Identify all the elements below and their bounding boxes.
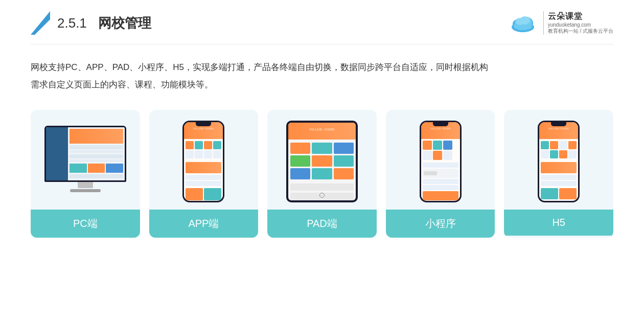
phone-mockup-app: 招进人的第一堂冠课程 [182, 121, 224, 202]
description-line1: 网校支持PC、APP、PAD、小程序、H5，实现多端打通，产品各终端自由切换，数… [31, 59, 613, 76]
svg-point-9 [516, 18, 524, 25]
pc-mockup [44, 126, 126, 197]
phone-screen-app: 招进人的第一堂冠课程 [184, 122, 223, 201]
monitor-stand [78, 182, 93, 188]
tablet-mockup: 招进人的第一堂冠课程 [286, 121, 358, 202]
card-app-image: 招进人的第一堂冠课程 [149, 110, 259, 210]
card-pad-label: PAD端 [267, 210, 377, 238]
card-pad: 招进人的第一堂冠课程 [267, 110, 377, 238]
phone-mockup-h5: 招进人的第一堂冠课程 [538, 121, 580, 202]
tablet-screen: 招进人的第一堂冠课程 [288, 123, 356, 200]
card-miniprogram: 招进人的第一堂冠课程 [386, 110, 495, 238]
card-miniprogram-label: 小程序 [386, 210, 495, 238]
cards-container: PC端 招进人的第一堂冠课程 [31, 110, 613, 238]
monitor-base [70, 189, 101, 192]
card-pc: PC端 [31, 110, 140, 238]
brand-cloud-icon [509, 13, 537, 33]
header-left: 2.5.1 网校管理 [31, 11, 151, 35]
header: 2.5.1 网校管理 [31, 0, 613, 44]
description-block: 网校支持PC、APP、PAD、小程序、H5，实现多端打通，产品各终端自由切换，数… [31, 59, 613, 94]
monitor-screen [46, 127, 125, 180]
monitor-frame [44, 126, 126, 182]
phone-screen-mini: 招进人的第一堂冠课程 [421, 122, 460, 201]
card-h5-label: H5 [504, 210, 613, 236]
card-pc-label: PC端 [31, 210, 140, 238]
card-app: 招进人的第一堂冠课程 [149, 110, 259, 238]
main-page: 2.5.1 网校管理 [0, 0, 644, 322]
brand-tagline: 教育机构一站 / 式服务云平台 [548, 28, 613, 35]
phone-screen-h5: 招进人的第一堂冠课程 [539, 122, 578, 201]
card-app-label: APP端 [149, 210, 259, 238]
card-miniprogram-image: 招进人的第一堂冠课程 [386, 110, 495, 210]
phone-mockup-mini: 招进人的第一堂冠课程 [420, 121, 462, 202]
card-h5-image: 招进人的第一堂冠课程 [504, 110, 613, 210]
brand-logo: 云朵课堂 yunduoketang.com 教育机构一站 / 式服务云平台 [509, 11, 613, 35]
header-title: 2.5.1 网校管理 [57, 14, 151, 32]
brand-text: 云朵课堂 yunduoketang.com 教育机构一站 / 式服务云平台 [543, 11, 613, 35]
description-line2: 需求自定义页面上的内容、课程、功能模块等。 [31, 76, 613, 94]
card-h5: 招进人的第一堂冠课程 [504, 110, 613, 238]
logo-icon [31, 11, 50, 35]
card-pad-image: 招进人的第一堂冠课程 [267, 110, 377, 210]
card-pc-image [31, 110, 140, 210]
